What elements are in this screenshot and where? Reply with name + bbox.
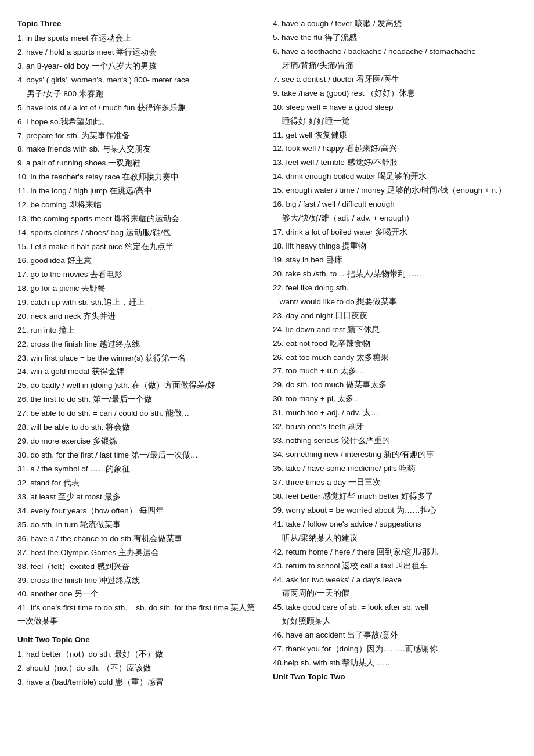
list-item: 38. feel better 感觉好些 much better 好得多了 <box>273 490 517 503</box>
list-item: 30. too many + pl, 太多… <box>273 393 517 406</box>
list-item: 11. in the long / high jump 在跳远/高中 <box>17 185 261 198</box>
list-item: 24. win a gold medal 获得金牌 <box>17 365 261 379</box>
list-item: 25. do badly / well in (doing )sth. 在（做）… <box>17 379 261 393</box>
list-item: 14. sports clothes / shoes/ bag 运动服/鞋/包 <box>17 226 261 240</box>
list-item: 7. prepare for sth. 为某事作准备 <box>17 129 261 143</box>
list-item: 8. make friends with sb. 与某人交朋友 <box>17 143 261 156</box>
list-item: 35. take / have some medicine/ pills 吃药 <box>273 462 517 476</box>
list-item: = want/ would like to do 想要做某事 <box>273 296 517 309</box>
list-item: 45. take good care of sb. = look after s… <box>273 601 517 614</box>
list-item: 22. feel like doing sth. <box>273 282 517 295</box>
list-item: 47. thank you for（doing）因为…. ….而感谢你 <box>273 643 517 656</box>
list-item: 睡得好 好好睡一觉 <box>282 115 517 128</box>
list-item: 37. three times a day 一日三次 <box>273 476 517 489</box>
list-item: 16. good idea 好主意 <box>17 254 261 268</box>
list-item: 9. take /have a (good) rest （好好）休息 <box>273 87 517 100</box>
list-item: 41. take / follow one's advice / suggest… <box>273 518 517 531</box>
list-item: 6. I hope so.我希望如此。 <box>17 116 261 129</box>
list-item: 够大/快/好/难（adj. / adv. + enough） <box>282 212 517 225</box>
list-item: 12. be coming 即将来临 <box>17 199 261 212</box>
main-container: Topic Three1. in the sports meet 在运动会上2.… <box>17 17 517 694</box>
list-item: 4. have a cough / fever 咳嗽 / 发高烧 <box>273 17 517 31</box>
list-item: 26. the first to do sth. 第一/最后一个做 <box>17 393 261 406</box>
list-item: 23. win first place = be the winner(s) 获… <box>17 352 261 365</box>
list-item: 10. sleep well = have a good sleep <box>273 101 517 114</box>
list-item: 48.help sb. with sth.帮助某人…… <box>273 657 517 670</box>
section-title: Topic Three <box>17 17 261 31</box>
list-item: 34. every four years（how often） 每四年 <box>17 505 261 518</box>
list-item: 19. catch up with sb. sth.追上，赶上 <box>17 296 261 309</box>
list-item: 19. stay in bed 卧床 <box>273 254 517 267</box>
list-item: 46. have an accident 出了事故/意外 <box>273 629 517 642</box>
list-item: 32. brush one's teeth 刷牙 <box>273 420 517 434</box>
list-item: 40. another one 另一个 <box>17 588 261 601</box>
list-item: 2. have / hold a sports meet 举行运动会 <box>17 46 261 59</box>
list-item: 26. eat too much candy 太多糖果 <box>273 351 517 365</box>
list-item: 32. stand for 代表 <box>17 477 261 490</box>
list-item: 3. an 8-year- old boy 一个八岁大的男孩 <box>17 60 261 73</box>
list-item: 38. feel（felt）excited 感到兴奋 <box>17 560 261 574</box>
list-item: 17. go to the movies 去看电影 <box>17 268 261 282</box>
list-item: 39. cross the finish line 冲过终点线 <box>17 574 261 588</box>
list-item: 42. return home / here / there 回到家/这儿/那儿 <box>273 546 517 559</box>
section-title: Unit Two Topic One <box>17 633 261 647</box>
list-item: 3. have a (bad/terrible) cold 患（重）感冒 <box>17 676 261 689</box>
list-item: 7. see a dentist / doctor 看牙医/医生 <box>273 73 517 87</box>
list-item: 好好照顾某人 <box>282 615 517 628</box>
list-item: 37. host the Olympic Games 主办奥运会 <box>17 546 261 560</box>
list-item: 25. eat hot food 吃辛辣食物 <box>273 337 517 351</box>
list-item: 24. lie down and rest 躺下休息 <box>273 323 517 337</box>
list-item: 33. nothing serious 没什么严重的 <box>273 434 517 448</box>
list-item: 20. take sb./sth. to… 把某人/某物带到…… <box>273 268 517 281</box>
list-item: 22. cross the finish line 越过终点线 <box>17 338 261 351</box>
list-item: 28. will be able to do sth. 将会做 <box>17 421 261 434</box>
list-item: 34. something new / interesting 新的/有趣的事 <box>273 448 517 462</box>
list-item: 12. look well / happy 看起来好/高兴 <box>273 142 517 156</box>
section-title: Unit Two Topic Two <box>273 671 517 684</box>
list-item: 5. have the flu 得了流感 <box>273 31 517 45</box>
list-item: 11. get well 恢复健康 <box>273 129 517 142</box>
list-item: 18. lift heavy things 提重物 <box>273 240 517 253</box>
list-item: 31. much too + adj. / adv. 太… <box>273 406 517 420</box>
list-item: 36. have a / the chance to do sth.有机会做某事 <box>17 532 261 546</box>
list-item: 牙痛/背痛/头痛/胃痛 <box>282 59 517 73</box>
list-item: 18. go for a picnic 去野餐 <box>17 282 261 296</box>
list-item: 2. should（not）do sth. （不）应该做 <box>17 662 261 675</box>
list-item: 13. the coming sports meet 即将来临的运动会 <box>17 213 261 226</box>
list-item: 13. feel well / terrible 感觉好/不舒服 <box>273 156 517 170</box>
list-item: 14. drink enough boiled water 喝足够的开水 <box>273 170 517 183</box>
list-item: 27. too much + u.n 太多… <box>273 365 517 378</box>
list-item: 29. do more exercise 多锻炼 <box>17 435 261 448</box>
left-column: Topic Three1. in the sports meet 在运动会上2.… <box>17 17 261 694</box>
list-item: 35. do sth. in turn 轮流做某事 <box>17 519 261 532</box>
list-item: 29. do sth. too much 做某事太多 <box>273 379 517 392</box>
list-item: 16. big / fast / well / difficult enough <box>273 198 517 211</box>
list-item: 23. day and night 日日夜夜 <box>273 309 517 323</box>
list-item: 请两周的/一天的假 <box>282 587 517 600</box>
list-item: 6. have a toothache / backache / headach… <box>273 45 517 59</box>
list-item: 43. return to school 返校 call a taxi 叫出租车 <box>273 560 517 573</box>
list-item: 39. worry about = be worried about 为……担心 <box>273 504 517 517</box>
list-item: 17. drink a lot of boiled water 多喝开水 <box>273 226 517 239</box>
list-item: 21. run into 撞上 <box>17 324 261 337</box>
list-item: 15. enough water / time / money 足够的水/时间/… <box>273 184 517 197</box>
list-item: 9. a pair of running shoes 一双跑鞋 <box>17 157 261 170</box>
list-item: 41. It's one's first time to do sth. = s… <box>17 602 261 628</box>
list-item: 4. boys' ( girls', women's, men's ) 800-… <box>17 74 261 87</box>
list-item: 1. in the sports meet 在运动会上 <box>17 32 261 45</box>
list-item: 15. Let's make it half past nice 约定在九点半 <box>17 240 261 254</box>
list-item: 31. a / the symbol of ……的象征 <box>17 463 261 476</box>
list-item: 44. ask for two weeks' / a day's leave <box>273 574 517 587</box>
list-item: 27. be able to do sth. = can / could do … <box>17 407 261 420</box>
list-item: 听从/采纳某人的建议 <box>282 532 517 545</box>
list-item: 男子/女子 800 米赛跑 <box>27 88 261 101</box>
list-item: 1. had better（not）do sth. 最好（不）做 <box>17 648 261 661</box>
list-item: 30. do sth. for the first / last time 第一… <box>17 449 261 462</box>
right-column: 4. have a cough / fever 咳嗽 / 发高烧5. have … <box>273 17 517 694</box>
list-item: 20. neck and neck 齐头并进 <box>17 310 261 323</box>
list-item: 33. at least 至少 at most 最多 <box>17 491 261 504</box>
list-item: 5. have lots of / a lot of / much fun 获得… <box>17 102 261 115</box>
list-item: 10. in the teacher's relay race 在教师接力赛中 <box>17 171 261 184</box>
